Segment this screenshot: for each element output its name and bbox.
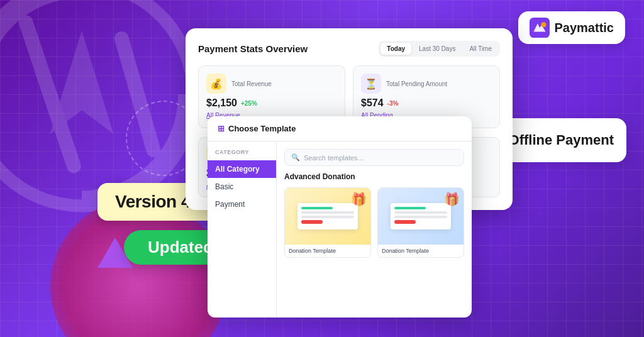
template-name-1: Donation Template [285,245,370,257]
form-line [394,207,426,209]
category-label: Category [208,149,276,155]
template-form-mock-2 [391,203,450,229]
pending-value: $574 -3% [361,97,492,109]
revenue-icon: 💰 [206,74,226,94]
pending-icon: ⏳ [361,74,381,94]
search-icon: 🔍 [291,153,300,162]
template-donation-icon-2: 🎁 [444,192,460,207]
svg-point-2 [541,22,546,27]
dashboard-header: Payment Stats Overview Today Last 30 Day… [198,41,500,57]
paymattic-icon [530,18,550,38]
chooser-sidebar: Category All Category Basic Payment [208,141,277,318]
search-placeholder: Search templates... [304,154,364,162]
paymattic-name: Paymattic [555,21,614,35]
template-donation-icon: 🎁 [351,192,367,207]
pending-amount: $574 [361,97,384,109]
templates-grid: 🎁 Donation Template 🎁 [284,187,464,258]
form-line [301,207,333,209]
search-bar[interactable]: 🔍 Search templates... [284,149,464,166]
stat-header-revenue: 💰 Total Revenue [206,74,337,94]
paymattic-logo: Paymattic [518,11,626,44]
form-line [301,216,353,218]
template-item-1[interactable]: 🎁 Donation Template [284,187,371,258]
form-line [394,216,447,218]
form-line [394,211,447,214]
stat-header-pending: ⏳ Total Pending Amount [361,74,492,94]
tab-today[interactable]: Today [380,43,411,55]
chooser-main: 🔍 Search templates... Advanced Donation … [277,141,472,318]
pending-change: -3% [387,100,399,107]
revenue-value: $2,150 +25% [206,97,337,109]
template-name-2: Donation Template [378,245,464,257]
template-preview-1: 🎁 [285,188,370,245]
section-title: Advanced Donation [284,172,464,181]
revenue-amount: $2,150 [206,97,237,109]
pending-label: Total Pending Amount [386,80,447,87]
tab-last30[interactable]: Last 30 Days [413,43,462,55]
category-basic[interactable]: Basic [208,178,276,196]
category-all[interactable]: All Category [208,160,276,178]
updated-text: Updated [148,238,213,257]
chooser-title: Choose Template [228,124,296,133]
offline-payment-label: Offline Payment [509,132,614,148]
template-item-2[interactable]: 🎁 Donation Template [377,187,464,258]
form-btn [394,220,415,224]
revenue-label: Total Revenue [231,80,272,87]
form-line [301,211,353,214]
tab-group: Today Last 30 Days All Time [379,41,500,57]
template-preview-2: 🎁 [378,188,464,245]
dashboard-title: Payment Stats Overview [198,43,308,54]
chooser-body: Category All Category Basic Payment 🔍 Se… [208,141,472,318]
template-chooser: ⊞ Choose Template Category All Category … [208,116,472,318]
chooser-header: ⊞ Choose Template [208,116,472,141]
chooser-icon: ⊞ [218,124,225,133]
tab-alltime[interactable]: All Time [463,43,498,55]
template-form-mock-1 [297,203,357,229]
revenue-change: +25% [241,100,257,107]
form-btn [301,220,322,224]
category-payment[interactable]: Payment [208,196,276,213]
